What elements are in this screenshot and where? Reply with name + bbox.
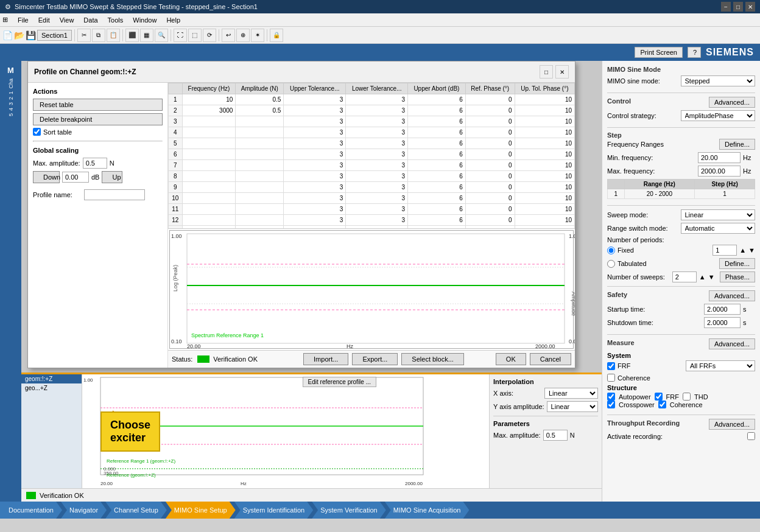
tab-mimo-sine-setup[interactable]: MIMO Sine Setup bbox=[166, 502, 236, 519]
menu-help[interactable]: Help bbox=[161, 15, 185, 25]
define-freq-ranges-button[interactable]: Define... bbox=[719, 139, 755, 150]
toolbar-btn-7[interactable]: ↩ bbox=[222, 29, 235, 42]
dialog-close-button[interactable]: ✕ bbox=[555, 65, 569, 79]
toolbar-btn-2[interactable]: ▦ bbox=[140, 29, 153, 42]
title-bar: ⚙ Simcenter Testlab MIMO Swept & Stepped… bbox=[0, 0, 760, 13]
thd-checkbox[interactable] bbox=[683, 393, 691, 401]
status-indicator-dialog bbox=[197, 355, 209, 363]
maximize-button[interactable]: □ bbox=[733, 2, 743, 12]
x-axis-select[interactable]: Linear Log bbox=[544, 388, 598, 399]
toolbar-btn-8[interactable]: ⊕ bbox=[236, 29, 250, 42]
sweeps-spinner-up[interactable]: ▲ bbox=[699, 273, 706, 281]
export-button[interactable]: Export... bbox=[352, 353, 398, 365]
cancel-button[interactable]: Cancel bbox=[530, 353, 571, 365]
up-button[interactable]: Up bbox=[102, 171, 122, 183]
sidebar-item-2[interactable]: 2 bbox=[7, 96, 15, 101]
ok-button[interactable]: OK bbox=[496, 353, 526, 365]
toolbar-btn-3[interactable]: 🔍 bbox=[155, 29, 168, 42]
channel-item-2[interactable]: geo...+Z bbox=[21, 383, 82, 393]
profile-name-input[interactable] bbox=[84, 189, 145, 200]
autopower-checkbox[interactable] bbox=[607, 393, 615, 401]
print-screen-button[interactable]: Print Screen bbox=[635, 47, 683, 58]
sidebar-item-3[interactable]: 3 bbox=[7, 101, 15, 107]
reset-table-button[interactable]: Reset table bbox=[33, 99, 163, 111]
fixed-value-input[interactable] bbox=[712, 245, 737, 256]
max-amp-input[interactable] bbox=[543, 430, 568, 441]
min-freq-input[interactable] bbox=[698, 152, 741, 163]
tab-system-identification[interactable]: System Identification bbox=[234, 502, 314, 519]
toolbar-icon-save[interactable]: 💾 bbox=[26, 30, 36, 40]
periods-spinner-down[interactable]: ▼ bbox=[748, 247, 755, 254]
toolbar-btn-cut[interactable]: ✂ bbox=[77, 29, 91, 42]
dialog-maximize-button[interactable]: □ bbox=[540, 65, 553, 79]
activate-recording-checkbox[interactable] bbox=[747, 432, 755, 440]
edit-reference-profile-button[interactable]: Edit reference profile ... bbox=[303, 377, 376, 387]
tabulated-radio[interactable] bbox=[607, 260, 615, 268]
tab-system-verification[interactable]: System Verification bbox=[312, 502, 386, 519]
shutdown-label: Shutdown time: bbox=[607, 319, 702, 326]
tabulated-define-button[interactable]: Define... bbox=[719, 258, 755, 269]
svg-text:1.00: 1.00 bbox=[171, 233, 182, 239]
toolbar-btn-1[interactable]: ⬛ bbox=[125, 29, 139, 42]
sidebar-item-5[interactable]: 5 bbox=[7, 112, 15, 117]
shutdown-input[interactable] bbox=[704, 317, 741, 328]
import-button[interactable]: Import... bbox=[303, 353, 348, 365]
measure-advanced-button[interactable]: Advanced... bbox=[709, 338, 755, 349]
frf-checkbox[interactable] bbox=[607, 362, 615, 370]
startup-input[interactable] bbox=[704, 304, 741, 315]
sidebar-item-4[interactable]: 4 bbox=[7, 107, 15, 112]
down-value-input[interactable] bbox=[62, 172, 89, 183]
sweeps-input[interactable] bbox=[672, 271, 697, 282]
safety-label: Safety bbox=[607, 291, 627, 298]
control-strategy-select[interactable]: AmplitudePhase bbox=[681, 110, 756, 121]
tab-documentation[interactable]: Documentation bbox=[0, 502, 62, 519]
crosspower-checkbox[interactable] bbox=[607, 401, 615, 408]
phase-button[interactable]: Phase... bbox=[720, 271, 755, 282]
toolbar-icon-new[interactable]: 📄 bbox=[2, 30, 13, 40]
sweep-mode-select[interactable]: Linear Log bbox=[681, 209, 756, 220]
menu-file[interactable]: File bbox=[13, 15, 33, 25]
activate-label: Activate recording: bbox=[607, 433, 745, 440]
fixed-radio[interactable] bbox=[607, 247, 615, 254]
range-switch-select[interactable]: Automatic Manual bbox=[681, 223, 756, 234]
minimize-button[interactable]: − bbox=[721, 2, 731, 12]
menu-window[interactable]: Window bbox=[128, 15, 161, 25]
tab-navigator[interactable]: Navigator bbox=[61, 502, 107, 519]
max-freq-input[interactable] bbox=[698, 166, 741, 177]
frf-struct-checkbox[interactable] bbox=[655, 393, 663, 401]
menu-tools[interactable]: Tools bbox=[103, 15, 128, 25]
safety-advanced-button[interactable]: Advanced... bbox=[709, 290, 755, 301]
control-advanced-button[interactable]: Advanced... bbox=[709, 97, 755, 108]
menu-view[interactable]: View bbox=[55, 15, 79, 25]
tab-channel-setup[interactable]: Channel Setup bbox=[105, 502, 167, 519]
sidebar-item-cha[interactable]: Cha bbox=[7, 77, 15, 90]
select-block-button[interactable]: Select block... bbox=[401, 353, 463, 365]
coherence-checkbox[interactable] bbox=[607, 374, 615, 382]
toolbar-btn-paste[interactable]: 📋 bbox=[107, 29, 120, 42]
channel-item-1[interactable]: geom:!:+Z bbox=[21, 374, 82, 383]
sweeps-spinner-down[interactable]: ▼ bbox=[708, 273, 715, 281]
frf-select[interactable]: All FRFs bbox=[686, 360, 755, 371]
toolbar-btn-10[interactable]: 🔒 bbox=[270, 29, 283, 42]
mimo-mode-select[interactable]: Stepped Swept bbox=[681, 75, 756, 86]
toolbar-btn-6[interactable]: ⟳ bbox=[203, 29, 216, 42]
periods-spinner-up[interactable]: ▲ bbox=[739, 247, 746, 254]
max-amplitude-input[interactable] bbox=[83, 158, 107, 169]
y-axis-select[interactable]: Linear Log bbox=[547, 401, 598, 412]
sidebar-item-1[interactable]: 1 bbox=[7, 90, 15, 96]
help-button[interactable]: ? bbox=[688, 47, 701, 58]
delete-breakpoint-button[interactable]: Delete breakpoint bbox=[33, 113, 163, 125]
down-button[interactable]: Down bbox=[33, 171, 60, 183]
sort-table-checkbox[interactable] bbox=[33, 128, 41, 136]
throughput-advanced-button[interactable]: Advanced... bbox=[709, 419, 755, 430]
toolbar-btn-5[interactable]: ⬚ bbox=[188, 29, 202, 42]
close-button[interactable]: ✕ bbox=[745, 2, 755, 12]
toolbar-btn-9[interactable]: ✶ bbox=[251, 29, 264, 42]
toolbar-icon-open[interactable]: 📂 bbox=[14, 30, 24, 40]
menu-edit[interactable]: Edit bbox=[33, 15, 55, 25]
toolbar-btn-copy[interactable]: ⧉ bbox=[92, 29, 105, 42]
toolbar-btn-4[interactable]: ⛶ bbox=[174, 29, 187, 42]
tab-mimo-sine-acquisition[interactable]: MIMO Sine Acquisition bbox=[385, 502, 470, 519]
coherence-struct-checkbox[interactable] bbox=[658, 401, 666, 408]
menu-data[interactable]: Data bbox=[79, 15, 102, 25]
